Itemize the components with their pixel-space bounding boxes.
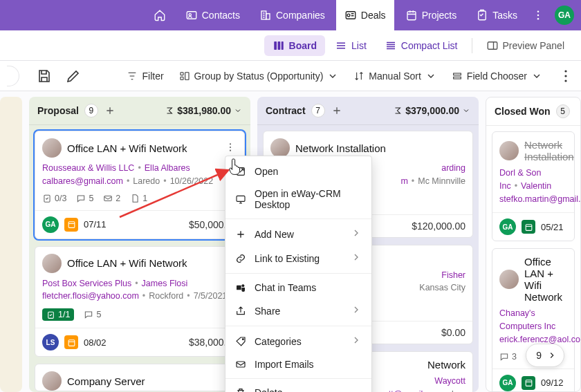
owner-chip: GA	[499, 375, 516, 391]
collapsed-tool-edge	[7, 66, 19, 86]
card-title: Company Server	[67, 375, 145, 387]
svg-point-37	[242, 338, 243, 339]
svg-rect-31	[526, 224, 532, 230]
field-chooser-button[interactable]: Field Chooser	[452, 71, 542, 82]
nav-contacts[interactable]: Contacts	[177, 0, 248, 30]
card-context-menu: Open Open in eWay-CRM Desktop Add New Li…	[225, 156, 372, 392]
card-meta: Chanay's Computers Inc erick.ferencz@aol…	[499, 307, 567, 346]
ctx-add-new[interactable]: Add New	[225, 222, 371, 246]
chevron-down-icon	[327, 71, 338, 82]
svg-rect-18	[454, 73, 461, 75]
ctx-open[interactable]: Open	[225, 160, 371, 183]
deal-card[interactable]: Network Installation Dorl & Son IncValen…	[492, 131, 575, 241]
svg-rect-3	[266, 14, 270, 19]
chevron-down-icon	[531, 71, 542, 82]
sigma-icon	[165, 106, 174, 115]
nav-projects-label: Projects	[422, 10, 457, 21]
chat-counter: 5	[76, 194, 93, 203]
column-count: 5	[556, 104, 570, 118]
column-sum[interactable]: $379,000.00	[393, 105, 470, 116]
deal-card[interactable]: Office LAN + Wifi Network Chanay's Compu…	[492, 248, 575, 391]
ctx-chat-teams[interactable]: Chat in Teams	[225, 277, 371, 299]
deal-card[interactable]: Company Server	[35, 364, 245, 391]
view-list[interactable]: List	[326, 35, 375, 56]
svg-rect-6	[407, 12, 416, 20]
card-title: Office LAN + Wifi Network	[524, 256, 567, 303]
chevron-down-icon	[462, 106, 470, 115]
user-avatar[interactable]: GA	[555, 6, 574, 25]
contacts-icon	[185, 9, 198, 21]
column-count: 9	[84, 104, 98, 118]
chat-counter: 3	[499, 352, 517, 362]
card-title: Office LAN + Wifi Network	[67, 257, 187, 269]
strip-more-menu[interactable]	[557, 68, 574, 84]
contact-avatar	[270, 138, 290, 158]
group-by-button[interactable]: Group by Status (Opportunity)	[179, 71, 339, 82]
tasks-counter: 1/1	[42, 308, 74, 321]
card-more-menu[interactable]	[223, 140, 237, 156]
contact-avatar	[42, 138, 62, 158]
deal-card[interactable]: Office LAN + Wifi Network Post Box Servi…	[35, 246, 245, 357]
view-switcher: Board List Compact List Preview Panel	[0, 30, 581, 61]
column-header: Proposal 9 $381,980.00	[29, 97, 250, 125]
ctx-share[interactable]: Share	[225, 299, 371, 323]
ctx-open-desktop[interactable]: Open in eWay-CRM Desktop	[225, 183, 371, 216]
save-icon[interactable]	[36, 68, 53, 84]
nav-home[interactable]	[145, 0, 174, 30]
view-preview-panel[interactable]: Preview Panel	[478, 35, 573, 56]
column-sum[interactable]: $381,980.00	[165, 105, 242, 116]
svg-point-25	[230, 149, 231, 151]
calendar-icon	[522, 376, 535, 390]
scroll-counter-pill[interactable]: 9	[526, 344, 564, 367]
nav-deals[interactable]: Deals	[336, 0, 394, 30]
svg-point-22	[564, 80, 566, 82]
calendar-icon	[64, 218, 78, 232]
chevron-right-icon	[351, 227, 362, 241]
nav-deals-label: Deals	[361, 10, 386, 21]
ctx-delete[interactable]: Delete	[225, 382, 371, 392]
svg-rect-30	[68, 339, 75, 346]
contact-avatar	[499, 141, 519, 160]
card-footer: LS 08/02 $38,000.00	[35, 328, 244, 356]
filter-button[interactable]: Filter	[127, 71, 163, 82]
due-date: 07/11	[84, 219, 107, 230]
svg-point-10	[537, 18, 540, 20]
annotation-arrow	[116, 167, 241, 225]
sort-button[interactable]: Manual Sort	[353, 71, 436, 82]
edit-icon[interactable]	[65, 68, 82, 84]
add-card-button[interactable]	[104, 104, 116, 117]
column-previous-sliver	[0, 97, 22, 392]
svg-rect-7	[479, 11, 486, 20]
nav-more-menu[interactable]	[528, 9, 548, 21]
projects-icon	[405, 9, 418, 21]
nav-tasks-label: Tasks	[492, 10, 517, 21]
add-card-button[interactable]	[331, 104, 343, 117]
nav-companies[interactable]: Companies	[251, 0, 333, 30]
owner-chip: LS	[42, 334, 59, 351]
nav-projects[interactable]: Projects	[397, 0, 465, 30]
view-compact-list[interactable]: Compact List	[376, 35, 466, 56]
ctx-link-existing[interactable]: Link to Existing	[225, 246, 371, 270]
card-amount: $120,000.00	[412, 221, 465, 232]
svg-point-9	[537, 15, 540, 17]
svg-rect-14	[488, 41, 497, 49]
contact-avatar	[499, 270, 519, 289]
ctx-import-emails[interactable]: Import Emails	[225, 353, 371, 375]
deals-icon	[344, 9, 357, 21]
ctx-categories[interactable]: Categories	[225, 329, 371, 353]
svg-point-24	[230, 146, 231, 147]
nav-tasks[interactable]: Tasks	[468, 0, 526, 30]
view-board[interactable]: Board	[264, 35, 325, 56]
svg-rect-15	[181, 72, 183, 75]
svg-line-39	[120, 171, 227, 217]
top-navbar: Contacts Companies Deals Projects Tasks …	[0, 0, 581, 30]
svg-point-8	[537, 10, 540, 12]
calendar-icon	[64, 335, 78, 349]
tasks-icon	[476, 9, 488, 21]
svg-rect-19	[454, 77, 461, 79]
sigma-icon	[393, 106, 403, 115]
svg-rect-11	[274, 41, 277, 50]
card-title: Network	[427, 359, 465, 371]
card-title: Office LAN + Wifi Network	[67, 142, 187, 154]
card-title: Network Installation	[524, 139, 574, 162]
